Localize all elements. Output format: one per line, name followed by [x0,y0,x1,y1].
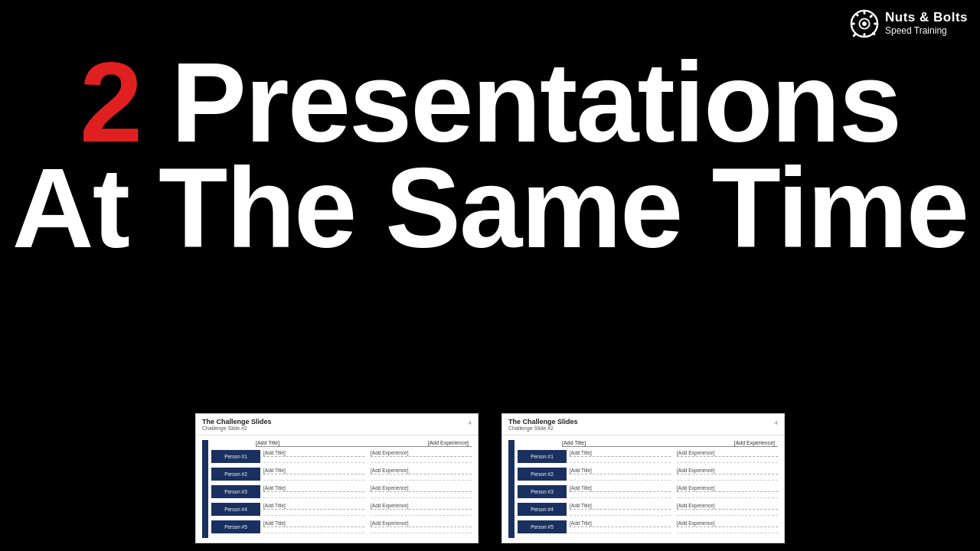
slide1-col1-header: [Add Title] [256,440,362,447]
slide-thumbnail-1: The Challenge Slides Challenge Slide #2 … [195,413,479,543]
slide2-person3-title: [Add Title] [570,485,671,492]
slide1-person-row-1: Person #1 [Add Title] [Add Experience] [211,450,472,463]
slide1-person4-label: Person #4 [211,503,260,516]
slide2-person2-label: Person #2 [518,468,567,481]
slide1-person3-label: Person #3 [211,485,260,498]
slide2-accent [508,440,514,538]
headline-line2: At The Same Time [0,152,980,265]
slide2-page: 4 [775,418,778,426]
logo-area: Nuts & Bolts Speed Training [850,9,968,38]
slide2-col1-header: [Add Title] [562,440,668,447]
slide2-person-row-4: Person #4 [Add Title] [Add Experience] [518,503,778,516]
svg-rect-5 [851,23,855,25]
slide1-person-row-2: Person #2 [Add Title] [Add Experience] [211,468,472,481]
brand-name: Nuts & Bolts [885,11,968,25]
slide1-page: 4 [469,418,472,426]
slide2-person4-label: Person #4 [518,503,567,516]
slide1-person5-label: Person #5 [211,520,260,533]
slide1-body: [Add Title] [Add Experience] Person #1 [… [196,435,478,543]
slide1-person5-title: [Add Title] [263,520,364,527]
slide1-person2-exp: [Add Experience] [371,468,472,474]
slide1-col2-header: [Add Experience] [362,440,472,447]
slide2-person5-exp: [Add Experience] [677,520,778,527]
headline-line1: 2 Presentations [0,46,980,159]
headline: 2 Presentations At The Same Time [0,46,980,265]
slide2-person1-title: [Add Title] [570,450,671,457]
svg-rect-3 [864,11,866,15]
slide2-body: [Add Title] [Add Experience] Person #1 [… [502,435,784,543]
slide2-title: The Challenge Slides [508,418,578,425]
slide-thumbnail-2: The Challenge Slides Challenge Slide #2 … [501,413,785,543]
svg-rect-6 [874,23,877,25]
slide1-title: The Challenge Slides [202,418,272,425]
slide1-person1-title: [Add Title] [263,450,364,457]
logo-icon [850,9,879,38]
slide-header-1: The Challenge Slides Challenge Slide #2 … [196,414,478,435]
slide2-person1-exp: [Add Experience] [677,450,778,457]
slide1-subtitle: Challenge Slide #2 [202,425,272,431]
slide1-person4-title: [Add Title] [263,503,364,510]
slide1-person2-label: Person #2 [211,468,260,481]
slide1-person-row-3: Person #3 [Add Title] [Add Experience] [211,485,472,498]
slide2-person5-label: Person #5 [518,520,567,533]
slide1-person3-exp: [Add Experience] [371,485,472,492]
slide1-person5-exp: [Add Experience] [371,520,472,527]
slide2-col-headers: [Add Title] [Add Experience] [518,440,778,447]
svg-rect-4 [864,33,866,37]
slide2-col2-header: [Add Experience] [668,440,778,447]
svg-point-2 [862,21,867,26]
slide2-person4-exp: [Add Experience] [677,503,778,510]
slide2-person2-title: [Add Title] [570,468,671,474]
slide2-person1-label: Person #1 [518,450,567,463]
slide2-person3-label: Person #3 [518,485,567,498]
slide1-person1-exp: [Add Experience] [371,450,472,457]
slide2-person-row-3: Person #3 [Add Title] [Add Experience] [518,485,778,498]
slide2-person4-title: [Add Title] [570,503,671,510]
brand-sub: Speed Training [885,25,968,36]
slide2-person-row-1: Person #1 [Add Title] [Add Experience] [518,450,778,463]
svg-rect-8 [869,15,873,18]
logo-text: Nuts & Bolts Speed Training [885,11,968,36]
slide2-person2-exp: [Add Experience] [677,468,778,474]
slide2-person-row-5: Person #5 [Add Title] [Add Experience] [518,520,778,533]
slide2-person5-title: [Add Title] [570,520,671,527]
slide1-person-row-5: Person #5 [Add Title] [Add Experience] [211,520,472,533]
slide1-person1-label: Person #1 [211,450,260,463]
slide1-col-headers: [Add Title] [Add Experience] [211,440,472,447]
slide-header-2: The Challenge Slides Challenge Slide #2 … [502,414,784,435]
slide1-person2-title: [Add Title] [263,468,364,474]
slide1-person-row-4: Person #4 [Add Title] [Add Experience] [211,503,472,516]
slides-area: The Challenge Slides Challenge Slide #2 … [0,413,980,551]
slide1-person4-exp: [Add Experience] [371,503,472,510]
slide2-person-row-2: Person #2 [Add Title] [Add Experience] [518,468,778,481]
slide1-person3-title: [Add Title] [263,485,364,492]
slide2-person3-exp: [Add Experience] [677,485,778,492]
slide1-accent [202,440,208,538]
slide2-subtitle: Challenge Slide #2 [508,425,578,431]
